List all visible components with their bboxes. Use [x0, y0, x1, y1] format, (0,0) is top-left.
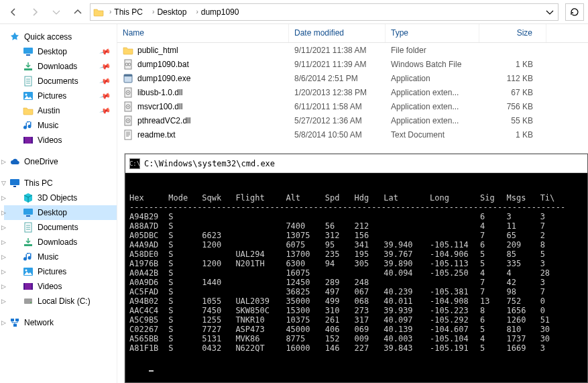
caret-icon: ▷ [1, 283, 6, 290]
breadcrumb-label: dump1090 [201, 7, 239, 17]
pin-icon: 📌 [99, 46, 112, 58]
file-size: 1 KB [479, 60, 546, 69]
breadcrumb-segment[interactable]: ›Desktop [148, 6, 190, 18]
pic-icon [23, 266, 34, 277]
address-bar: ›This PC ›Desktop ›dump1090 [0, 0, 588, 24]
file-date: 9/11/2021 11:39 AM [289, 60, 386, 69]
pic-icon [23, 91, 34, 101]
sidebar-item[interactable]: ▷3D Objects [4, 190, 117, 205]
file-type: File folder [386, 46, 479, 55]
sidebar-item[interactable]: Videos [4, 133, 117, 148]
sidebar-item[interactable]: Downloads📌 [4, 59, 117, 74]
sidebar-item-label: Documents [38, 76, 78, 86]
sidebar-item[interactable]: ▷Desktop [4, 205, 117, 220]
sidebar-item[interactable]: Music [4, 118, 117, 133]
sidebar-item-network[interactable]: ▷ Network [4, 315, 117, 330]
breadcrumb-label: This PC [114, 7, 143, 17]
breadcrumb-segment[interactable]: ›This PC [105, 6, 147, 18]
column-header-size[interactable]: Size [479, 24, 546, 42]
nav-recent-dropdown[interactable] [47, 3, 66, 21]
file-name: dump1090.bat [137, 60, 189, 69]
sidebar-item-label: Downloads [38, 62, 77, 71]
sidebar-item[interactable]: ▷Downloads [4, 235, 117, 250]
cmd-title-text: C:\Windows\system32\cmd.exe [144, 159, 275, 168]
sidebar-item[interactable]: ▷Local Disk (C:) [4, 294, 117, 309]
caret-icon: ▷ [1, 239, 6, 245]
folder-icon [123, 45, 133, 56]
sidebar-item-label: Austin [38, 106, 60, 115]
cmd-row: A1976BS1200N201TH63009430539.890-105.113… [129, 259, 565, 268]
file-row[interactable]: pthreadVC2.dll 5/27/2012 1:36 AM Applica… [117, 113, 588, 127]
sidebar-item-label: Network [24, 318, 54, 327]
sidebar-item[interactable]: ▷Pictures [4, 264, 117, 279]
file-row[interactable]: dump1090.exe 8/6/2014 2:51 PM Applicatio… [117, 71, 588, 85]
doc-icon [23, 222, 34, 233]
column-headers: Name Date modified Type Size [117, 24, 588, 43]
file-row[interactable]: msvcr100.dll 6/11/2011 1:58 AM Applicati… [117, 99, 588, 113]
file-date: 1/20/2013 12:38 PM [289, 88, 386, 97]
file-date: 5/27/2012 1:36 AM [289, 116, 386, 125]
cmd-row: A88A7DS7400562124117 [129, 221, 565, 231]
column-header-name[interactable]: Name [117, 24, 289, 42]
sidebar-item-label: Desktop [38, 208, 67, 217]
cmd-row: AC5FADS3682549706740.239-105.3817987 [129, 287, 565, 296]
breadcrumb-label: Desktop [157, 7, 186, 17]
navigation-sidebar: Quick access Desktop📌Downloads📌Documents… [0, 24, 117, 383]
file-size: 112 KB [479, 74, 546, 83]
sidebar-item-label: Music [38, 121, 58, 130]
sidebar-item[interactable]: Austin📌 [4, 103, 117, 118]
cmd-row: AAC4C4S7450SKW850C1530031027339.939-105.… [129, 306, 565, 315]
nav-back-button[interactable] [4, 3, 23, 21]
path-box[interactable]: ›This PC ›Desktop ›dump1090 [90, 3, 558, 21]
sidebar-item-label: Documents [38, 223, 78, 232]
sidebar-item-this-pc[interactable]: ▽ This PC [4, 176, 117, 190]
sidebar-item-quick-access[interactable]: Quick access [4, 30, 117, 44]
disk-icon [23, 296, 34, 307]
cmd-row: A4A9ADS120060759534139.940-105.11462098 [129, 240, 565, 250]
file-size: 756 KB [479, 102, 546, 111]
cmd-titlebar[interactable]: C:\ C:\Windows\system32\cmd.exe [125, 154, 587, 173]
caret-icon: ▷ [1, 158, 6, 165]
file-name: pthreadVC2.dll [137, 116, 190, 125]
sidebar-item[interactable]: Documents📌 [4, 74, 117, 89]
sidebar-item[interactable]: Desktop📌 [4, 44, 117, 59]
sidebar-item-label: Videos [38, 282, 62, 291]
dll-icon [123, 101, 133, 112]
pin-icon: 📌 [99, 90, 112, 102]
cloud-icon [9, 156, 20, 167]
file-row[interactable]: libusb-1.0.dll 1/20/2013 12:38 PM Applic… [117, 85, 588, 99]
cmd-row: A94B02S1055UAL20393500049906840.011-104.… [129, 296, 565, 306]
file-size: 55 KB [479, 116, 546, 125]
column-header-type[interactable]: Type [386, 24, 479, 42]
nav-forward-button[interactable] [25, 3, 44, 21]
sidebar-item-label: This PC [24, 178, 53, 188]
caret-icon: ▷ [1, 298, 6, 305]
nav-up-button[interactable] [68, 3, 87, 21]
file-row[interactable]: public_html 9/11/2021 11:38 AM File fold… [117, 43, 588, 57]
sidebar-item[interactable]: ▷Music [4, 250, 117, 264]
sidebar-item[interactable]: Pictures📌 [4, 89, 117, 103]
cmd-row: A81F1BS0432N622QT1600014622739.843-105.1… [129, 343, 565, 353]
sidebar-item-onedrive[interactable]: ▷ OneDrive [4, 154, 117, 169]
caret-icon: ▷ [1, 254, 6, 260]
file-size: 67 KB [479, 88, 546, 97]
file-row[interactable]: dump1090.bat 9/11/2021 11:39 AM Windows … [117, 57, 588, 71]
breadcrumb-segment[interactable]: ›dump1090 [192, 6, 243, 18]
sidebar-item[interactable]: ▷Documents [4, 220, 117, 235]
sidebar-item-label: Pictures [38, 91, 66, 101]
chevron-down-icon[interactable] [544, 7, 555, 17]
file-row[interactable]: readme.txt 5/8/2014 10:50 AM Text Docume… [117, 127, 588, 142]
cmd-window[interactable]: C:\ C:\Windows\system32\cmd.exe HexModeS… [125, 154, 588, 383]
pc-icon [9, 178, 20, 188]
3d-icon [23, 193, 34, 203]
file-name: readme.txt [137, 130, 176, 140]
file-type: Application exten... [386, 116, 479, 125]
column-header-date[interactable]: Date modified [289, 24, 386, 42]
refresh-button[interactable] [565, 3, 584, 21]
sidebar-item[interactable]: ▷Videos [4, 279, 117, 294]
caret-icon: ▷ [1, 195, 6, 201]
file-type: Windows Batch File [386, 60, 479, 69]
sidebar-item-label: Pictures [38, 267, 66, 276]
pin-icon: 📌 [99, 75, 112, 87]
sidebar-item-label: OneDrive [24, 157, 58, 166]
